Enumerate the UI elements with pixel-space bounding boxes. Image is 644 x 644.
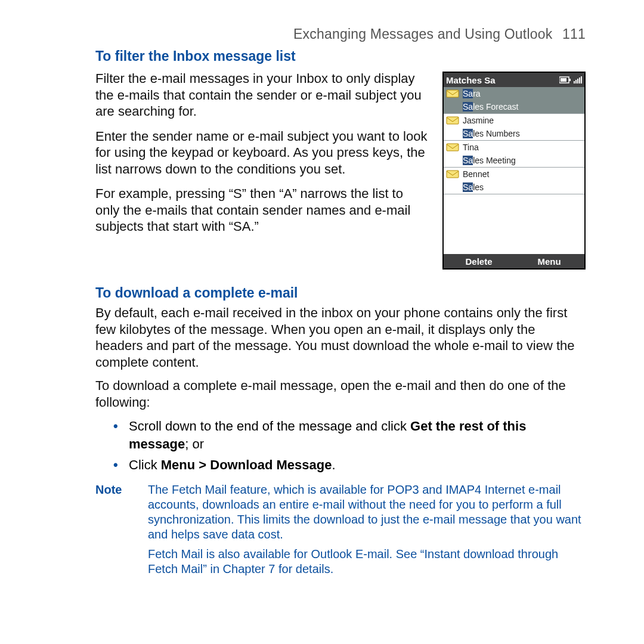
svg-rect-7 [581, 76, 582, 83]
list-item[interactable]: SaraSales Forecast [444, 87, 584, 114]
running-header: Exchanging Messages and Using Outlook 11… [95, 26, 586, 42]
note-text: The Fetch Mail feature, which is availab… [148, 482, 586, 581]
svg-rect-10 [447, 144, 459, 151]
subject: Sales Numbers [444, 127, 584, 140]
softkey-left[interactable]: Delete [444, 256, 514, 267]
bullet-1: Scroll down to the end of the message an… [129, 417, 586, 453]
section1-p2: Enter the sender name or e-mail subject … [95, 128, 428, 178]
note-p2: Fetch Mail is also available for Outlook… [148, 547, 586, 577]
phone-list[interactable]: SaraSales ForecastJasmineSales NumbersTi… [444, 87, 584, 254]
sender: Bennet [463, 169, 489, 179]
list-item[interactable]: BennetSales [444, 168, 584, 194]
svg-rect-5 [577, 79, 578, 83]
battery-icon [559, 76, 571, 83]
envelope-icon [446, 89, 459, 98]
svg-rect-2 [561, 78, 566, 82]
download-steps: Scroll down to the end of the message an… [95, 417, 586, 474]
section-heading-filter: To filter the Inbox message list [95, 48, 586, 64]
phone-title: Matches Sa [446, 75, 496, 85]
page-number: 111 [562, 26, 586, 42]
subject: Sales Forecast [444, 100, 584, 113]
svg-rect-6 [579, 78, 580, 83]
svg-rect-11 [447, 171, 459, 178]
subject: Sales [444, 181, 584, 194]
envelope-icon [446, 169, 459, 179]
subject: Sales Meeting [444, 154, 584, 167]
signal-icon [574, 76, 582, 83]
svg-rect-9 [447, 117, 459, 124]
envelope-icon [446, 143, 459, 152]
phone-screenshot: Matches Sa SaraSales ForecastJasmineSale… [442, 72, 586, 270]
chapter-title: Exchanging Messages and Using Outlook [293, 26, 552, 42]
svg-rect-4 [575, 80, 577, 83]
phone-titlebar: Matches Sa [444, 73, 584, 87]
section2-p1: By default, each e-mail received in the … [95, 305, 586, 370]
sender: Jasmine [463, 116, 494, 125]
section1-p1: Filter the e-mail messages in your Inbox… [95, 70, 428, 120]
envelope-icon [446, 116, 459, 125]
section2-p2: To download a complete e-mail message, o… [95, 377, 586, 410]
phone-softkeys: Delete Menu [444, 254, 584, 268]
list-item[interactable]: JasmineSales Numbers [444, 114, 584, 141]
sender: Tina [463, 143, 479, 152]
section-heading-download: To download a complete e-mail [95, 285, 586, 301]
section1-p3: For example, pressing “S” then “A” narro… [95, 185, 428, 235]
section1-text: Filter the e-mail messages in your Inbox… [95, 68, 428, 243]
manual-page: Exchanging Messages and Using Outlook 11… [0, 0, 644, 644]
svg-rect-1 [569, 79, 571, 81]
note-label: Note [95, 482, 131, 497]
softkey-right[interactable]: Menu [514, 256, 584, 267]
list-item[interactable]: TinaSales Meeting [444, 141, 584, 168]
note-p1: The Fetch Mail feature, which is availab… [148, 482, 586, 542]
sender: Sara [463, 89, 481, 98]
note-block: Note The Fetch Mail feature, which is av… [95, 482, 586, 581]
bullet-2: Click Menu > Download Message. [129, 456, 586, 474]
svg-rect-3 [574, 81, 575, 83]
svg-rect-8 [447, 90, 459, 97]
